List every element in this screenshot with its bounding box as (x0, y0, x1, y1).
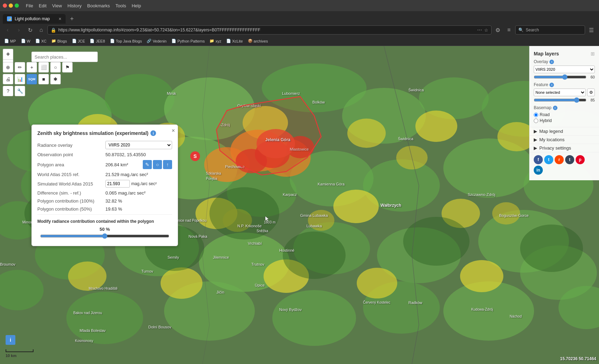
menu-help[interactable]: Help (132, 3, 141, 8)
feature-opacity-slider[interactable] (534, 98, 586, 103)
search-bar[interactable]: 🔍 Search (515, 25, 585, 35)
panel-row-contrib100: Polygon contribution (100%) 32.82 % (37, 198, 172, 204)
contrib100-value: 32.82 % (105, 198, 172, 204)
menu-view[interactable]: View (52, 3, 62, 8)
help-btn[interactable]: ? (3, 86, 13, 96)
contribution-slider[interactable] (40, 233, 169, 239)
minimize-window-btn[interactable] (9, 3, 13, 8)
overlay-opacity-slider[interactable] (534, 75, 586, 79)
panel-close-btn[interactable]: × (172, 128, 175, 134)
radiance-select[interactable]: VIIRS 2020 (105, 141, 172, 149)
my-locations-collapsible[interactable]: ▶ My locations (530, 135, 599, 144)
rect-tool-btn[interactable]: ⬜ (38, 62, 49, 73)
menu-tools[interactable]: Tools (116, 3, 126, 8)
new-tab-btn[interactable]: + (67, 14, 77, 24)
contrib50-value: 19.63 % (105, 206, 172, 212)
basemap-road-option[interactable]: Road (534, 112, 595, 117)
facebook-btn[interactable]: f (534, 155, 543, 164)
menu-file[interactable]: File (26, 3, 33, 8)
bookmark-mp[interactable]: 📄MP (3, 39, 17, 43)
panel-row-radiance: Radiance overlay VIIRS 2020 (37, 141, 172, 149)
overlay-select[interactable]: VIIRS 2020 (534, 66, 595, 73)
feature-opacity-value: 85 (588, 98, 595, 102)
svg-point-36 (68, 261, 106, 291)
basemap-info-icon[interactable]: i (553, 106, 557, 110)
extensions-btn[interactable]: ⚙ (493, 25, 503, 35)
home-btn[interactable]: ⌂ (36, 25, 46, 35)
wrench-btn[interactable]: 🔧 (15, 86, 25, 96)
map-legend-label: Map legend (539, 129, 563, 134)
bookmark-jce[interactable]: 📄JCE (71, 39, 87, 43)
bookmark-archives[interactable]: 📦archives (246, 39, 269, 43)
circle-tool-btn[interactable]: ○ (50, 62, 61, 73)
reddit-btn[interactable]: r (555, 155, 564, 164)
chart-btn[interactable]: 📊 (15, 74, 25, 84)
pencil-btn[interactable]: ✏ (15, 62, 25, 73)
twitter-btn[interactable]: t (544, 155, 553, 164)
feature-gear-btn[interactable]: ⚙ (587, 89, 595, 96)
basemap-hybrid-radio[interactable] (534, 119, 538, 123)
bookmark-top-java[interactable]: 📄Top Java Blogs (109, 39, 143, 43)
pinterest-btn[interactable]: p (576, 155, 585, 164)
polygon-edit-btn[interactable]: ✎ (143, 160, 152, 169)
bookmark-vedenin[interactable]: 🔗Vedenin (145, 39, 168, 43)
plus-tool-btn[interactable]: + (27, 62, 37, 73)
hamburger-menu-btn[interactable]: ☰ (586, 25, 596, 35)
sqm-btn[interactable]: SQM (27, 74, 37, 84)
menu-edit[interactable]: Edit (39, 3, 46, 8)
traffic-lights[interactable] (3, 3, 19, 8)
polygon-upload-btn[interactable]: ↑ (163, 160, 172, 169)
bookmark-xc[interactable]: 📄XC (34, 39, 48, 43)
url-menu-icon[interactable]: ⋯ (477, 27, 482, 33)
feature-select[interactable]: None selected (534, 89, 586, 96)
svg-point-29 (347, 119, 386, 148)
right-panel: Map layers ⊞ Overlay i VIIRS 2020 60 Fea… (529, 46, 599, 180)
s-marker[interactable]: S (190, 151, 200, 161)
bookmark-jee8[interactable]: 📄JEE8 (88, 39, 106, 43)
search-places-input[interactable] (31, 52, 98, 62)
tab-light-pollution-map[interactable]: 🌙 Light pollution map × (3, 14, 66, 24)
bookmark-blogs[interactable]: 📁Blogs (50, 39, 68, 43)
menu-history[interactable]: History (67, 3, 81, 8)
bookmark-python[interactable]: 📄Python Patterns (170, 39, 206, 43)
crosshair-btn[interactable]: ⊕ (3, 62, 13, 73)
asterisk-btn[interactable]: ✱ (50, 74, 61, 84)
back-btn[interactable]: ‹ (3, 25, 13, 35)
forward-btn[interactable]: › (14, 25, 24, 35)
right-panel-collapse-btn[interactable]: ⊞ (591, 51, 595, 56)
simwa-input[interactable] (105, 180, 130, 188)
url-bar[interactable]: 🔒 https://www.lightpollutionmap.info/#zo… (47, 25, 491, 35)
panel-row-contrib50: Polygon contribution (50%) 19.63 % (37, 206, 172, 212)
basemap-hybrid-option[interactable]: Hybrid (534, 118, 595, 123)
flag-tool-btn[interactable]: ⚑ (62, 62, 73, 73)
maximize-window-btn[interactable] (15, 3, 19, 8)
square-tool-btn[interactable]: ■ (38, 74, 49, 84)
zoom-in-btn[interactable]: + (3, 49, 13, 59)
menu-bookmarks[interactable]: Bookmarks (87, 3, 110, 8)
bookmark-python-icon: 📄 (171, 39, 176, 43)
tumblr-btn[interactable]: t (565, 155, 574, 164)
overlay-info-icon[interactable]: i (549, 60, 554, 64)
print-btn[interactable]: 🖨 (3, 74, 13, 84)
feature-info-icon[interactable]: i (549, 83, 554, 87)
coordinates-display: 15.70236 50.71464 (560, 356, 596, 361)
basemap-road-radio[interactable] (534, 113, 538, 117)
reload-btn[interactable]: ↻ (25, 25, 35, 35)
zenith-panel: Zenith sky brightness simulation (experi… (31, 124, 178, 246)
polygon-circle-btn[interactable]: ○ (153, 160, 162, 169)
simwa-unit: mag./arc sec² (131, 181, 157, 186)
close-window-btn[interactable] (3, 3, 7, 8)
bookmark-xyz[interactable]: 📁xyz (208, 39, 223, 43)
linkedin-btn[interactable]: in (534, 166, 543, 175)
map-info-btn[interactable]: i (6, 335, 15, 345)
bookmark-icon[interactable]: ☆ (484, 28, 488, 33)
panel-info-icon[interactable]: i (150, 130, 156, 136)
lock-icon: 🔒 (51, 28, 56, 33)
privacy-settings-collapsible[interactable]: ▶ Privacy settings (530, 144, 599, 152)
bookmark-xclite[interactable]: 📄XcLite (225, 39, 244, 43)
panel-percent: 50 % (37, 227, 172, 232)
reader-mode-btn[interactable]: ≡ (504, 25, 514, 35)
bookmark-w[interactable]: 📄W (20, 39, 32, 43)
tab-close-btn[interactable]: × (59, 16, 61, 22)
map-legend-collapsible[interactable]: ▶ Map legend (530, 127, 599, 135)
